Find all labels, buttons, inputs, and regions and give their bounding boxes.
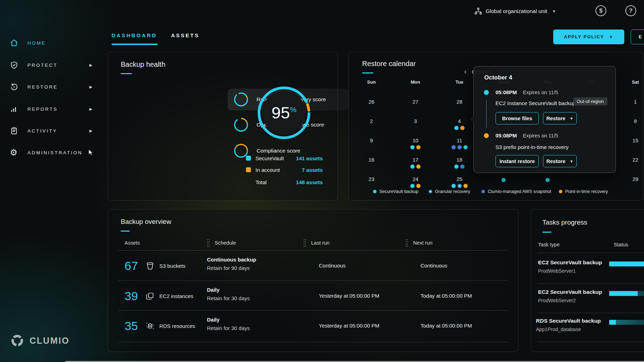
- restore-calendar-title: Restore calendar: [362, 60, 416, 68]
- org-unit-label: Global organizational unit: [486, 8, 547, 14]
- task-row[interactable]: RDS SecureVault backup App1Prod_database: [536, 318, 601, 332]
- calendar-day[interactable]: 2: [349, 118, 393, 137]
- asset-label: RDS resources: [159, 323, 195, 329]
- column-header-last-run[interactable]: Last run: [303, 239, 405, 247]
- day-header: Sat: [613, 79, 644, 93]
- tasks-progress-card: Tasks progress Task type Status EC2 Secu…: [531, 209, 644, 352]
- calendar-day[interactable]: 25: [437, 176, 481, 195]
- calendar-dot-aws: [457, 145, 462, 149]
- instant-restore-button[interactable]: Instant restore: [495, 155, 539, 167]
- row-separator: [118, 310, 508, 311]
- sidebar-item-restore[interactable]: RESTORE ▶: [0, 79, 98, 94]
- calendar-dot-sv: [410, 184, 415, 188]
- clumio-logo: CLUMIO: [11, 334, 70, 347]
- apply-policy-button[interactable]: APPLY POLICY ▼: [553, 30, 624, 44]
- column-header-next-run[interactable]: Next run: [405, 239, 508, 247]
- edge-cutoff-button[interactable]: E: [631, 30, 644, 44]
- task-progress-bar: [609, 320, 644, 325]
- header-separator: [118, 250, 508, 251]
- s3-bucket-icon: [146, 261, 154, 270]
- calendar-day[interactable]: 9: [349, 137, 393, 157]
- securevault-count-link[interactable]: 141 assets: [296, 155, 323, 161]
- calendar-day[interactable]: 10: [393, 137, 437, 157]
- calendar-dot-aws: [460, 164, 465, 169]
- calendar-day[interactable]: 1: [613, 99, 644, 118]
- column-resize-handle-icon[interactable]: [405, 239, 408, 247]
- help-icon[interactable]: ?: [625, 5, 636, 16]
- calendar-day[interactable]: 3: [393, 118, 437, 137]
- gear-icon: ⚙: [10, 149, 18, 156]
- title-accent: [362, 72, 373, 73]
- calendar-dot-sv: [501, 178, 506, 182]
- sidebar-item-administration[interactable]: ⚙ ADMINISTRATION: [0, 145, 98, 160]
- calendar-day[interactable]: 23: [349, 176, 393, 195]
- billing-icon[interactable]: $: [595, 5, 606, 16]
- task-progress-fill: [609, 261, 644, 266]
- sidebar-item-activity[interactable]: ACTIVITY ▶: [0, 123, 98, 138]
- chevron-down-icon: ▼: [570, 159, 574, 163]
- calendar-day[interactable]: 17: [393, 157, 437, 176]
- calendar-day[interactable]: [569, 176, 613, 195]
- table-row-rds[interactable]: 35 RDS resources Daily Retain for 30 day…: [118, 315, 508, 337]
- calendar-dot-sv: [410, 145, 415, 149]
- title-accent: [121, 231, 130, 232]
- table-row-ec2[interactable]: 39 EC2 instances Daily Retain for 30 day…: [118, 285, 508, 307]
- point-in-time-dot: [484, 133, 489, 138]
- task-row[interactable]: EC2 SecureVault backup ProdWebServer2: [538, 289, 602, 303]
- column-resize-handle-icon[interactable]: [207, 239, 210, 247]
- shield-check-icon: [10, 61, 18, 69]
- calendar-dot-sv: [454, 164, 459, 169]
- calendar-day[interactable]: 26: [349, 99, 393, 118]
- legend-in-account: In account 7 assets: [246, 166, 323, 173]
- tab-assets[interactable]: ASSETS: [171, 32, 200, 38]
- calendar-dot-sv: [452, 184, 456, 188]
- browse-files-button[interactable]: Browse files: [495, 112, 539, 124]
- column-header-assets[interactable]: Assets: [118, 239, 207, 247]
- securevault-dot: [484, 90, 489, 95]
- backup-health-title: Backup health: [121, 60, 165, 69]
- backup-time: 05:08PM: [495, 89, 517, 95]
- calendar-prev-button[interactable]: ‹: [464, 67, 467, 76]
- calendar-day[interactable]: 24: [393, 176, 437, 195]
- table-row-s3[interactable]: 67 S3 buckets Continuous backup Retain f…: [118, 255, 508, 277]
- calendar-day[interactable]: 16: [349, 157, 393, 176]
- column-header-schedule[interactable]: Schedule: [207, 239, 303, 247]
- column-resize-handle-icon[interactable]: [303, 239, 306, 247]
- backup-expiry: Expires on 11/5: [523, 90, 558, 95]
- calendar-day[interactable]: 29: [613, 176, 644, 195]
- calendar-day[interactable]: 15: [613, 137, 644, 157]
- restore-popup: October 4 05:08PM Expires on 11/5 EC2 In…: [473, 66, 616, 173]
- calendar-dot-gr: [457, 184, 462, 188]
- calendar-dot-sv: [410, 164, 415, 169]
- sidebar-item-reports[interactable]: REPORTS ▶: [0, 102, 98, 116]
- bar-chart-icon: [10, 105, 18, 113]
- calendar-day[interactable]: [525, 176, 569, 195]
- calendar-dot-pit: [416, 184, 421, 188]
- calendar-day[interactable]: [481, 176, 525, 195]
- total-count-link[interactable]: 148 assets: [296, 179, 323, 185]
- calendar-day[interactable]: 22: [613, 157, 644, 176]
- calendar-day[interactable]: 27: [393, 99, 437, 118]
- tab-dashboard[interactable]: DASHBOARD: [112, 32, 157, 38]
- task-row[interactable]: EC2 SecureVault backup ProdWebServer1: [538, 259, 602, 274]
- column-header-status[interactable]: Status: [614, 242, 628, 247]
- tasks-progress-title: Tasks progress: [542, 219, 587, 226]
- sidebar-item-home[interactable]: HOME: [0, 35, 98, 50]
- column-header-task-type[interactable]: Task type: [538, 242, 560, 247]
- asset-count: 35: [125, 319, 138, 333]
- restore-dropdown-button[interactable]: Restore ▼: [543, 112, 577, 124]
- score-ring-icon: [233, 117, 249, 132]
- sidebar-item-protect[interactable]: PROTECT ▶: [0, 58, 98, 72]
- org-unit-selector[interactable]: Global organizational unit ▼: [474, 5, 556, 18]
- chevron-right-icon: ▶: [89, 107, 93, 111]
- calendar-day[interactable]: 8: [613, 118, 644, 137]
- in-account-count-link[interactable]: 7 assets: [302, 167, 323, 173]
- in-account-swatch: [246, 167, 251, 172]
- row-separator: [537, 284, 644, 284]
- calendar-dot-pit: [463, 184, 468, 188]
- legend-total: Total 148 assets: [246, 179, 323, 186]
- legend-securevault: SecureVault 141 assets: [246, 155, 323, 162]
- backup-overview-title: Backup overview: [121, 218, 171, 226]
- chevron-down-icon: ▼: [609, 35, 614, 39]
- restore-dropdown-button[interactable]: Restore ▼: [543, 155, 577, 167]
